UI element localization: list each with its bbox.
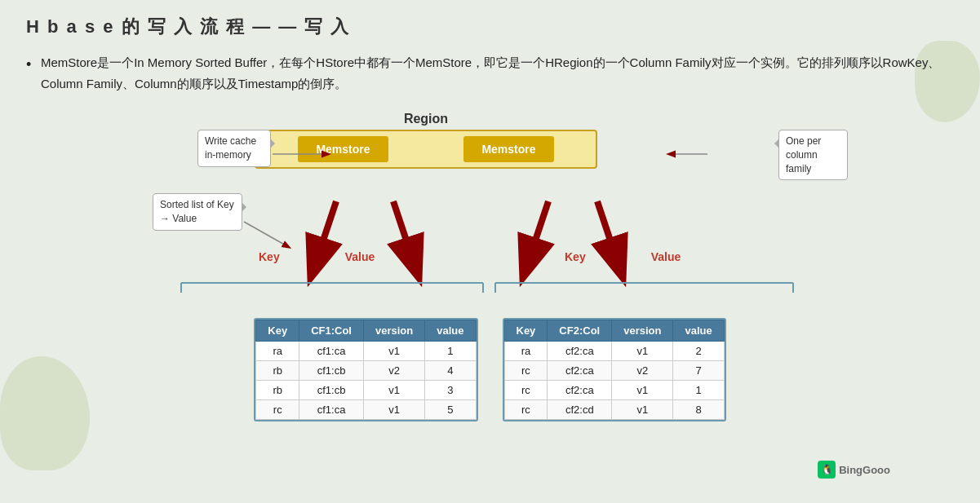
right-col-version: version [612, 320, 673, 342]
table-cell: v2 [612, 361, 673, 381]
table-cell: v1 [612, 381, 673, 400]
diagram-area: Region Memstore Memstore Write cache in-… [26, 112, 954, 421]
table-cell: 5 [425, 400, 476, 420]
table-cell: cf1:ca [299, 342, 364, 361]
table-cell: rb [256, 381, 299, 400]
table-cell: ra [256, 342, 299, 361]
table-row: racf1:cav11 [256, 342, 476, 361]
table-cell: 1 [425, 342, 476, 361]
memstore-box-2: Memstore [463, 136, 553, 162]
table-cell: cf1:cb [299, 381, 364, 400]
table-cell: cf2:ca [548, 381, 612, 400]
table-cell: v1 [364, 342, 425, 361]
memstore-box-1: Memstore [298, 136, 388, 162]
table-cell: cf2:ca [548, 361, 612, 381]
right-table-wrapper: Key CF2:Col version value racf2:cav12rcc… [503, 318, 726, 421]
table-cell: rc [504, 400, 548, 420]
table-row: rbcf1:cbv13 [256, 381, 476, 400]
left-col-key: Key [256, 320, 299, 342]
watermark-text: BingGooo [839, 464, 890, 476]
table-cell: rc [256, 400, 299, 420]
tables-row: Key CF1:Col version value racf1:cav11rbc… [108, 318, 872, 421]
table-cell: cf2:cd [548, 400, 612, 420]
watermark-icon: 🐧 [818, 461, 836, 479]
table-row: rccf2:cdv18 [504, 400, 724, 420]
kv-value-right: Value [651, 250, 681, 263]
left-col-cf1col: CF1:Col [299, 320, 364, 342]
kv-key-left: Key [259, 250, 280, 263]
svg-line-4 [393, 201, 414, 263]
region-container: Region Memstore Memstore [255, 112, 597, 169]
left-col-value: value [425, 320, 476, 342]
table-cell: 4 [425, 361, 476, 381]
table-cell: 3 [425, 381, 476, 400]
table-cell: rc [504, 361, 548, 381]
table-cell: cf1:ca [299, 400, 364, 420]
svg-line-5 [528, 201, 548, 263]
table-cell: 8 [673, 400, 724, 420]
page-title: H b a s e 的 写 入 流 程 — — 写 入 [26, 15, 954, 39]
right-col-value: value [673, 320, 724, 342]
callout-write-cache: Write cache in-memory [197, 130, 271, 167]
table-cell: 2 [673, 342, 724, 361]
table-cell: v1 [364, 400, 425, 420]
kv-labels-right: Key Value [565, 250, 681, 263]
right-col-key: Key [504, 320, 548, 342]
table-cell: 1 [673, 381, 724, 400]
bullet-text: MemStore是一个In Memory Sorted Buffer，在每个HS… [26, 52, 954, 94]
content-area: H b a s e 的 写 入 流 程 — — 写 入 MemStore是一个I… [26, 15, 954, 421]
right-col-cf2col: CF2:Col [548, 320, 612, 342]
left-table-wrapper: Key CF1:Col version value racf1:cav11rbc… [254, 318, 477, 421]
region-box: Memstore Memstore [255, 130, 597, 169]
table-row: racf2:cav12 [504, 342, 724, 361]
callout-one-per: One per column family [778, 130, 848, 180]
table-cell: v1 [364, 381, 425, 400]
kv-labels-left: Key Value [259, 250, 375, 263]
page-container: H b a s e 的 写 入 流 程 — — 写 入 MemStore是一个I… [0, 0, 980, 503]
watermark: 🐧 BingGooo [818, 461, 890, 479]
table-cell: v1 [612, 342, 673, 361]
left-col-version: version [364, 320, 425, 342]
table-row: rccf2:cav11 [504, 381, 724, 400]
kv-value-left: Value [345, 250, 375, 263]
left-table-header-row: Key CF1:Col version value [256, 320, 476, 342]
table-cell: v2 [364, 361, 425, 381]
table-row: rccf2:cav27 [504, 361, 724, 381]
table-cell: ra [504, 342, 548, 361]
kv-key-right: Key [565, 250, 586, 263]
table-row: rbcf1:cbv24 [256, 361, 476, 381]
right-table: Key CF2:Col version value racf2:cav12rcc… [504, 320, 725, 420]
table-cell: rc [504, 381, 548, 400]
table-cell: v1 [612, 400, 673, 420]
table-row: rccf1:cav15 [256, 400, 476, 420]
table-cell: rb [256, 361, 299, 381]
table-cell: 7 [673, 361, 724, 381]
table-cell: cf2:ca [548, 342, 612, 361]
left-table: Key CF1:Col version value racf1:cav11rbc… [255, 320, 476, 420]
right-table-header-row: Key CF2:Col version value [504, 320, 724, 342]
callout-sorted: Sorted list of Key → Value [153, 193, 242, 231]
table-cell: cf1:cb [299, 361, 364, 381]
svg-line-2 [244, 222, 287, 246]
region-label: Region [255, 112, 597, 126]
